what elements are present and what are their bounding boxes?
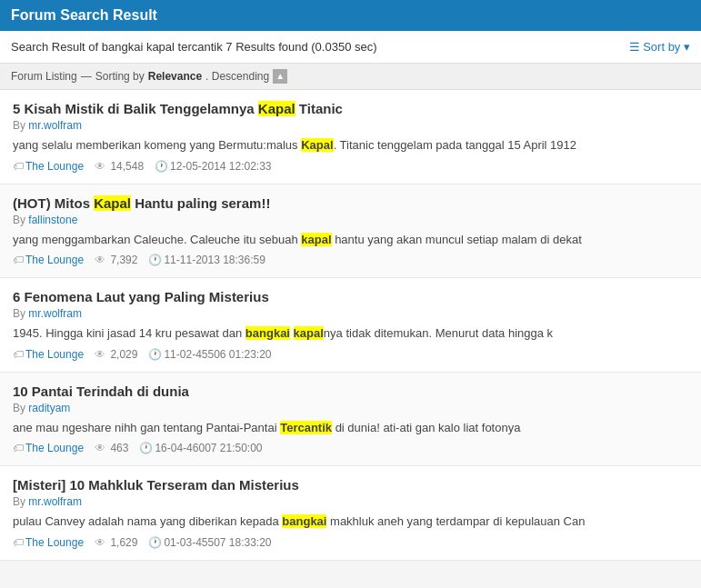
result-item: 6 Fenomena Laut yang Paling Misterius By… — [0, 278, 701, 373]
sort-order: . Descending — [205, 70, 269, 83]
author-link[interactable]: radityam — [28, 402, 70, 414]
listing-separator: — — [81, 70, 92, 83]
clock-icon: 🕐 — [148, 254, 162, 266]
highlight-bangkai-snippet: bangkai — [282, 514, 326, 528]
result-title-link[interactable]: 5 Kisah Mistik di Balik Tenggelamnya Kap… — [13, 101, 343, 116]
highlight-kapal-snippet: Kapal — [301, 138, 333, 152]
by-line: By radityam — [13, 402, 688, 414]
relevance-label: Relevance — [148, 70, 202, 83]
forum-tag: 🏷The Lounge — [13, 536, 84, 549]
views: 👁 7,392 — [95, 254, 137, 266]
clock-icon: 🕐 — [155, 160, 168, 173]
forum-link[interactable]: The Lounge — [25, 442, 84, 454]
page-header: Forum Search Result — [0, 0, 701, 31]
author-link[interactable]: mr.wolfram — [28, 495, 82, 508]
eye-icon: 👁 — [95, 348, 105, 361]
tag-icon: 🏷 — [13, 348, 24, 361]
views: 👁 1,629 — [95, 536, 137, 549]
sort-icon: ☰ — [629, 40, 644, 54]
forum-tag: 🏷The Lounge — [13, 254, 84, 266]
results-count: 7 Results found (0.0350 sec) — [225, 40, 376, 54]
result-title: [Misteri] 10 Mahkluk Terseram dan Mister… — [13, 477, 688, 493]
clock-icon: 🕐 — [139, 442, 153, 454]
by-line: By mr.wolfram — [13, 119, 688, 132]
result-title-link[interactable]: [Misteri] 10 Mahkluk Terseram dan Mister… — [13, 477, 299, 493]
eye-icon: 👁 — [95, 536, 105, 549]
result-title: 6 Fenomena Laut yang Paling Misterius — [13, 289, 688, 304]
sort-button[interactable]: ☰ Sort by ▾ — [629, 40, 690, 54]
forum-link[interactable]: The Lounge — [25, 348, 84, 361]
eye-icon: 👁 — [95, 160, 105, 173]
snippet: yang menggambarkan Caleuche. Caleuche it… — [13, 231, 688, 249]
author-link[interactable]: mr.wolfram — [28, 307, 82, 320]
by-line: By mr.wolfram — [13, 307, 688, 320]
forum-listing-label: Forum Listing — [11, 70, 77, 83]
result-item: (HOT) Mitos Kapal Hantu paling seram!! B… — [0, 184, 701, 279]
listing-bar: Forum Listing — Sorting by Relevance . D… — [0, 64, 701, 90]
highlight-tercantik-snippet: Tercantik — [280, 421, 332, 434]
clock-icon: 🕐 — [148, 348, 162, 361]
highlight-kapal-snippet: kapal — [294, 326, 324, 340]
date: 🕐16-04-46007 21:50:00 — [139, 442, 262, 454]
date: 🕐01-03-45507 18:33:20 — [148, 536, 271, 549]
date: 🕐11-11-2013 18:36:59 — [148, 254, 265, 266]
sorting-by-label: Sorting by — [95, 70, 145, 83]
meta-line: 🏷The Lounge 👁 1,629 🕐01-03-45507 18:33:2… — [13, 536, 688, 549]
highlight-kapal: Kapal — [94, 195, 131, 211]
forum-link[interactable]: The Lounge — [25, 536, 84, 549]
result-item: [Misteri] 10 Mahkluk Terseram dan Mister… — [0, 466, 701, 561]
snippet: 1945. Hingga kini jasad 14 kru pesawat d… — [13, 324, 688, 343]
tag-icon: 🏷 — [13, 536, 24, 549]
forum-link[interactable]: The Lounge — [25, 160, 84, 173]
eye-icon: 👁 — [95, 442, 105, 454]
forum-tag: 🏷The Lounge — [13, 348, 84, 361]
snippet: ane mau ngeshare nihh gan tentang Pantai… — [13, 419, 688, 437]
forum-tag: 🏷The Lounge — [13, 160, 84, 173]
search-prefix: Search Result of — [11, 40, 98, 54]
forum-link[interactable]: The Lounge — [25, 254, 84, 266]
author-link[interactable]: mr.wolfram — [28, 119, 82, 132]
views: 👁 14,548 — [95, 160, 144, 173]
search-summary-text: Search Result of bangkai kapal tercantik… — [11, 40, 377, 54]
meta-line: 🏷The Lounge 👁 463 🕐16-04-46007 21:50:00 — [13, 442, 688, 454]
search-summary-bar: Search Result of bangkai kapal tercantik… — [0, 31, 701, 64]
meta-line: 🏷The Lounge 👁 14,548 🕐12-05-2014 12:02:3… — [13, 160, 688, 173]
tag-icon: 🏷 — [13, 442, 24, 454]
forum-tag: 🏷The Lounge — [13, 442, 84, 454]
author-link[interactable]: fallinstone — [28, 214, 77, 226]
result-title-link[interactable]: 6 Fenomena Laut yang Paling Misterius — [13, 289, 269, 304]
result-title: (HOT) Mitos Kapal Hantu paling seram!! — [13, 195, 688, 211]
tag-icon: 🏷 — [13, 160, 24, 173]
snippet: pulau Canvey adalah nama yang diberikan … — [13, 513, 688, 531]
result-title-link[interactable]: (HOT) Mitos Kapal Hantu paling seram!! — [13, 195, 270, 211]
highlight-bangkai-snippet: bangkai — [245, 326, 290, 340]
tag-icon: 🏷 — [13, 254, 24, 266]
result-title-link[interactable]: 10 Pantai Terindah di dunia — [13, 384, 189, 399]
by-line: By fallinstone — [13, 214, 688, 226]
page-title: Forum Search Result — [11, 7, 157, 23]
meta-line: 🏷The Lounge 👁 2,029 🕐11-02-45506 01:23:2… — [13, 348, 688, 361]
by-line: By mr.wolfram — [13, 495, 688, 508]
result-title: 10 Pantai Terindah di dunia — [13, 384, 688, 399]
result-item: 5 Kisah Mistik di Balik Tenggelamnya Kap… — [0, 90, 701, 184]
date: 🕐11-02-45506 01:23:20 — [148, 348, 271, 361]
date: 🕐12-05-2014 12:02:33 — [155, 160, 271, 173]
result-item: 10 Pantai Terindah di dunia By radityam … — [0, 373, 701, 467]
result-title: 5 Kisah Mistik di Balik Tenggelamnya Kap… — [13, 101, 688, 116]
highlight-kapal-snippet: kapal — [301, 233, 331, 246]
clock-icon: 🕐 — [148, 536, 162, 549]
sort-chevron: ▾ — [684, 40, 690, 54]
highlight-kapal: Kapal — [258, 101, 295, 116]
views: 👁 463 — [95, 442, 128, 454]
views: 👁 2,029 — [95, 348, 137, 361]
sort-label: Sort by — [643, 40, 680, 54]
meta-line: 🏷The Lounge 👁 7,392 🕐11-11-2013 18:36:59 — [13, 254, 688, 266]
snippet: yang selalu memberikan komeng yang Bermu… — [13, 136, 688, 154]
eye-icon: 👁 — [95, 254, 105, 266]
results-list: 5 Kisah Mistik di Balik Tenggelamnya Kap… — [0, 90, 701, 561]
sort-direction-icon[interactable]: ▲ — [273, 69, 287, 84]
search-term: bangkai kapal tercantik — [102, 40, 223, 54]
